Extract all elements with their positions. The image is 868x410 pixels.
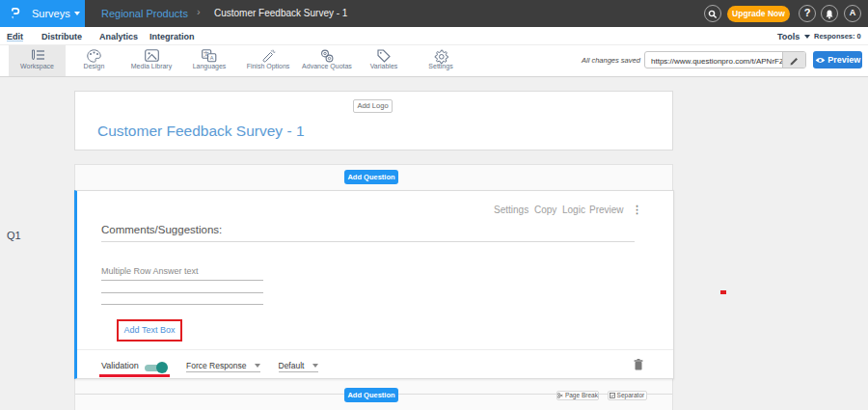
svg-text:A: A — [210, 55, 214, 61]
svg-text:文: 文 — [203, 50, 209, 57]
